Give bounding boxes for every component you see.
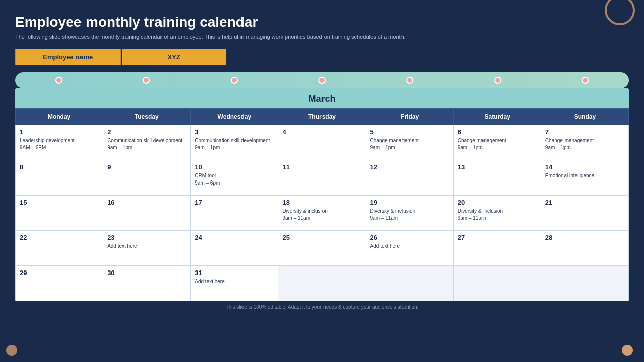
day-number: 15 [20,199,99,206]
calendar-cell: 18Diversity & inclusion 9am – 11am [278,196,366,231]
calendar-cell: 3Communication skill development 9am – 1… [191,125,278,160]
calendar-cell [366,266,453,301]
calendar-cell [453,266,541,301]
day-number: 6 [458,128,537,136]
day-number: 19 [370,199,449,206]
day-event: Add text here [370,243,400,249]
day-event: Diversity & inclusion 9am – 11am [282,208,327,221]
day-event: Change management 9am – 1pm [370,138,419,150]
col-header-tuesday: Tuesday [103,109,191,125]
col-header-monday: Monday [16,109,103,125]
timeline-dot-7 [582,77,589,84]
calendar-cell: 7Change management 9am – 1pm [541,125,628,160]
day-number: 11 [282,163,361,171]
calendar-cell: 22 [16,231,103,266]
day-number: 7 [545,128,624,136]
timeline-dot-4 [318,77,326,84]
day-number: 24 [195,234,274,241]
footer-text: This slide is 100% editable. Adapt it to… [15,304,629,310]
calendar-cell: 14Emotional intelligence [541,160,628,196]
day-number: 4 [282,128,361,136]
day-number: 8 [20,163,99,171]
day-event: Diversity & inclusion 9am – 11am [370,208,415,221]
calendar-cell: 4 [278,125,366,160]
day-number: 3 [195,128,274,136]
employee-row: Employee name XYZ [15,49,226,65]
day-event: Add text here [195,279,224,284]
timeline-dot-5 [406,77,413,84]
calendar-cell: 17 [191,196,278,231]
timeline-dot-1 [55,77,62,84]
day-number: 28 [545,234,624,241]
deco-circle-bottom-left [6,345,17,356]
calendar-cell: 29 [16,266,103,301]
calendar-wrapper: March MondayTuesdayWednesdayThursdayFrid… [15,88,629,301]
calendar-cell [278,266,366,301]
calendar-cell: 8 [16,160,103,196]
employee-label: Employee name [15,49,121,65]
calendar-cell: 10CRM tool 9am – 6pm [191,160,278,196]
calendar-header-row: MondayTuesdayWednesdayThursdayFridaySatu… [16,109,629,125]
day-number: 1 [20,128,99,136]
col-header-sunday: Sunday [541,109,628,125]
calendar-cell: 26Add text here [366,231,453,266]
calendar-cell: 13 [453,160,541,196]
calendar-cell: 2Communication skill development 9am – 1… [103,125,191,160]
day-number: 9 [107,163,186,171]
day-number: 30 [107,269,186,277]
week-row-4: 2223Add text here242526Add text here2728 [16,231,629,266]
calendar-cell: 5Change management 9am – 1pm [366,125,453,160]
week-row-5: 293031Add text here [16,266,629,301]
calendar-cell: 16 [103,196,191,231]
calendar-cell: 19Diversity & inclusion 9am – 11am [366,196,453,231]
col-header-thursday: Thursday [278,109,366,125]
day-event: Communication skill development 9am – 1p… [195,138,270,150]
calendar-cell: 31Add text here [191,266,278,301]
day-event: Add text here [107,243,137,249]
day-number: 23 [107,234,186,241]
col-header-friday: Friday [366,109,453,125]
month-header: March [15,88,629,108]
calendar-cell: 27 [453,231,541,266]
day-event: CRM tool 9am – 6pm [195,173,220,186]
day-number: 20 [458,199,537,206]
calendar-cell: 20Diversity & inclusion 9am – 11am [453,196,541,231]
day-event: Diversity & inclusion 9am – 11am [458,208,503,221]
calendar-cell: 1Leadership development 9AM – 6PM [16,125,103,160]
day-number: 29 [20,269,99,277]
day-event: Emotional intelligence [545,173,594,178]
page-subtitle: The following slide showcases the monthl… [15,33,408,41]
day-number: 21 [545,199,624,206]
day-event: Communication skill development 9am – 1p… [107,138,182,150]
calendar-table: MondayTuesdayWednesdayThursdayFridaySatu… [15,108,629,301]
timeline-dot-2 [143,77,150,84]
calendar-cell: 24 [191,231,278,266]
day-number: 26 [370,234,449,241]
col-header-saturday: Saturday [453,109,541,125]
calendar-cell: 12 [366,160,453,196]
day-number: 18 [282,199,361,206]
calendar-cell: 30 [103,266,191,301]
day-number: 13 [458,163,537,171]
day-number: 16 [107,199,186,206]
week-row-1: 1Leadership development 9AM – 6PM2Commun… [16,125,629,160]
day-number: 10 [195,163,274,171]
employee-value: XYZ [121,49,227,65]
col-header-wednesday: Wednesday [191,109,278,125]
day-event: Change management 9am – 1pm [545,138,594,150]
timeline-bar [15,72,629,88]
day-number: 25 [282,234,361,241]
calendar-cell: 9 [103,160,191,196]
page-title: Employee monthly training calendar [15,14,629,30]
day-number: 5 [370,128,449,136]
calendar-cell: 21 [541,196,628,231]
calendar-cell: 28 [541,231,628,266]
day-number: 27 [458,234,537,241]
day-number: 31 [195,269,274,277]
day-event: Leadership development 9AM – 6PM [20,138,75,150]
day-number: 14 [545,163,624,171]
calendar-cell: 15 [16,196,103,231]
day-number: 2 [107,128,186,136]
day-number: 17 [195,199,274,206]
timeline-dot-6 [494,77,501,84]
